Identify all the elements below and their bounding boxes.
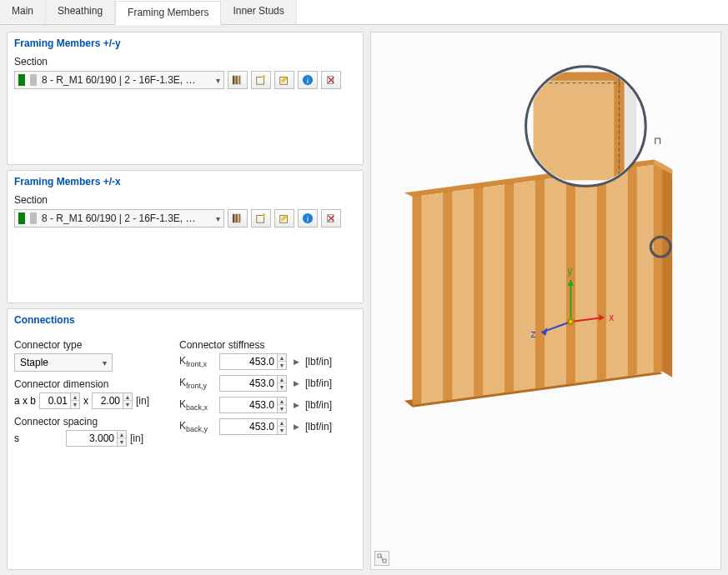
spin-down[interactable]: ▼	[71, 401, 79, 408]
viewport-settings-button[interactable]	[374, 551, 389, 566]
tab-bar: Main Sheathing Framing Members Inner Stu…	[0, 0, 728, 25]
panel-connections: Connections Connector type Staple ▾ Conn…	[7, 308, 364, 570]
stiffness-input-2[interactable]: ▲▼	[219, 397, 287, 413]
stiffness-input-0[interactable]: ▲▼	[219, 353, 287, 370]
spacing-field[interactable]	[67, 432, 117, 444]
apply-icon[interactable]: ▶	[290, 421, 302, 432]
stiffness-input-3[interactable]: ▲▼	[219, 418, 287, 435]
section-y-combo[interactable]: 8 - R_M1 60/190 | 2 - 16F-1.3E, Softwo..…	[14, 71, 224, 89]
panel-connections-title: Connections	[14, 314, 356, 326]
dim-b-field[interactable]	[93, 395, 123, 407]
stiffness-input-1[interactable]: ▲▼	[219, 375, 287, 392]
svg-marker-21	[413, 195, 421, 404]
svg-marker-24	[505, 182, 514, 392]
spin-down[interactable]: ▼	[278, 383, 286, 391]
viewport-3d[interactable]: x y z	[370, 32, 721, 570]
spacing-input[interactable]: ▲▼	[66, 430, 127, 447]
stiffness-unit: [lbf/in]	[305, 421, 332, 432]
label-connector-spacing: Connector spacing	[14, 416, 173, 428]
dim-x-sep: x	[83, 395, 88, 407]
panel-framing-y-title: Framing Members +/-y	[14, 38, 356, 49]
svg-point-38	[568, 319, 573, 324]
svg-marker-30	[662, 163, 672, 377]
spin-up[interactable]: ▲	[278, 354, 286, 362]
spacing-s-label: s	[14, 432, 26, 444]
app-window: Main Sheathing Framing Members Inner Stu…	[0, 0, 728, 575]
swatch-green-icon	[18, 212, 25, 224]
spacing-unit: [in]	[130, 432, 143, 444]
dim-axb-label: a x b	[14, 395, 36, 407]
section-y-combo-text: 8 - R_M1 60/190 | 2 - 16F-1.3E, Softwo..…	[42, 74, 196, 86]
spin-down[interactable]: ▼	[278, 362, 286, 369]
library-button[interactable]	[228, 71, 248, 89]
wall-3d-render: x y z	[371, 32, 720, 569]
spin-down[interactable]: ▼	[123, 401, 132, 408]
stiffness-row: Kback,x▲▼▶[lbf/in]	[179, 397, 356, 413]
svg-point-13	[263, 213, 266, 217]
tab-main[interactable]: Main	[0, 0, 46, 24]
stiffness-field[interactable]	[220, 399, 277, 411]
svg-point-4	[263, 75, 266, 78]
tab-inner-studs[interactable]: Inner Studs	[221, 0, 296, 24]
section-x-combo[interactable]: 8 - R_M1 60/190 | 2 - 16F-1.3E, Softwo..…	[14, 209, 224, 228]
svg-rect-49	[378, 554, 381, 558]
spin-up[interactable]: ▲	[123, 393, 132, 401]
stiffness-field[interactable]	[220, 356, 277, 368]
svg-text:i: i	[307, 215, 309, 223]
panel-framing-x: Framing Members +/-x Section 8 - R_M1 60…	[7, 170, 364, 303]
axis-y-label: y	[567, 265, 572, 277]
stiffness-field[interactable]	[220, 421, 277, 432]
swatch-gray-icon	[30, 74, 37, 86]
info-button[interactable]: i	[298, 71, 318, 89]
stiffness-label: Kfront,x	[179, 355, 216, 368]
spin-up[interactable]: ▲	[71, 393, 79, 401]
spin-down[interactable]: ▼	[118, 438, 126, 446]
tab-sheathing[interactable]: Sheathing	[46, 0, 115, 24]
spin-down[interactable]: ▼	[278, 405, 286, 412]
edit-button-x[interactable]	[274, 209, 294, 228]
new-button[interactable]	[251, 71, 271, 89]
label-section-x: Section	[14, 194, 356, 206]
apply-icon[interactable]: ▶	[290, 378, 302, 389]
library-button-x[interactable]	[228, 209, 248, 228]
label-connector-dimension: Connector dimension	[14, 378, 173, 390]
new-button-x[interactable]	[251, 209, 271, 228]
panel-framing-y: Framing Members +/-y Section 8 - R_M1 60…	[7, 32, 364, 165]
edit-button[interactable]	[274, 71, 294, 89]
stiffness-label: Kfront,y	[179, 377, 216, 390]
svg-rect-42	[534, 72, 625, 181]
swatch-gray-icon	[30, 212, 37, 224]
apply-icon[interactable]: ▶	[290, 399, 302, 411]
delete-button[interactable]	[321, 71, 341, 89]
stiffness-row: Kfront,x▲▼▶[lbf/in]	[179, 353, 356, 370]
spin-up[interactable]: ▲	[278, 376, 286, 383]
info-button-x[interactable]: i	[298, 209, 318, 228]
connector-type-dropdown[interactable]: Staple ▾	[14, 353, 113, 372]
dim-unit: [in]	[136, 395, 149, 407]
label-connector-type: Connector type	[14, 339, 173, 351]
delete-button-x[interactable]	[321, 209, 341, 228]
spin-up[interactable]: ▲	[278, 398, 286, 405]
spin-down[interactable]: ▼	[278, 427, 286, 434]
svg-rect-50	[383, 559, 386, 562]
label-section-y: Section	[14, 56, 356, 68]
dim-b-input[interactable]: ▲▼	[92, 392, 133, 409]
stiffness-field[interactable]	[220, 378, 277, 389]
spin-up[interactable]: ▲	[278, 419, 286, 427]
spin-up[interactable]: ▲	[118, 431, 126, 438]
tab-framing-members[interactable]: Framing Members	[115, 1, 221, 25]
stiffness-unit: [lbf/in]	[305, 378, 332, 389]
label-connector-stiffness: Connector stiffness	[179, 339, 356, 351]
axis-z-label: z	[531, 328, 536, 340]
svg-rect-12	[257, 216, 264, 223]
apply-icon[interactable]: ▶	[290, 356, 302, 368]
dim-a-input[interactable]: ▲▼	[39, 392, 80, 409]
chevron-down-icon: ▾	[103, 358, 107, 368]
swatch-green-icon	[18, 74, 25, 86]
svg-marker-29	[654, 163, 662, 372]
svg-rect-1	[235, 76, 238, 85]
section-x-combo-text: 8 - R_M1 60/190 | 2 - 16F-1.3E, Softwo..…	[42, 212, 196, 224]
svg-text:i: i	[307, 77, 309, 85]
svg-marker-23	[474, 187, 483, 396]
dim-a-field[interactable]	[40, 395, 70, 407]
